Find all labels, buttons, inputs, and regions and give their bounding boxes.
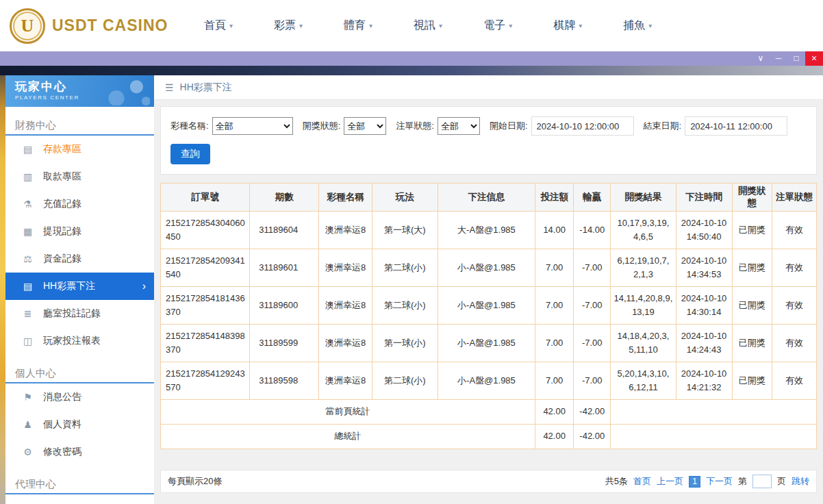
end-date-label: 結束日期: <box>644 120 682 132</box>
table-cell: 小-A盤@1.985 <box>438 362 535 400</box>
nav-item-0[interactable]: 首頁▾ <box>204 18 233 33</box>
filter-panel: 彩種名稱: 全部 開獎狀態: 全部 注單狀態: 全部 開始日期: <box>160 106 817 175</box>
maximize-icon[interactable]: □ <box>787 51 805 66</box>
table-cell: 7.00 <box>535 325 574 362</box>
table-cell: 澳洲幸运8 <box>319 362 372 400</box>
lottery-select[interactable]: 全部 <box>212 117 293 135</box>
table-cell: 小-A盤@1.985 <box>438 287 535 325</box>
table-cell: 小-A盤@1.985 <box>438 249 535 287</box>
minimize-icon[interactable]: ─ <box>770 51 787 66</box>
sidebar-item-1-2[interactable]: ⚙修改密碼 <box>5 438 154 466</box>
column-header: 下注信息 <box>438 184 535 212</box>
table-cell: -14.00 <box>574 212 611 249</box>
prev-page-link[interactable]: 上一页 <box>657 475 683 488</box>
breadcrumb: ☰ HH彩票下注 <box>154 75 823 100</box>
sidebar-item-0-1[interactable]: ▥取款專區 <box>5 163 154 190</box>
jump-label-pre: 第 <box>738 475 747 488</box>
close-icon[interactable]: × <box>805 51 823 66</box>
profile-icon: ♟ <box>22 419 34 430</box>
bets-table-wrap: 訂單號期數彩種名稱玩法下注信息投注額輸贏開獎結果下注時間開獎狀態注單狀態 215… <box>160 183 817 449</box>
nav-item-label: 捕魚 <box>623 18 645 33</box>
sidebar-item-label: 個人資料 <box>43 418 81 431</box>
first-page-link[interactable]: 首页 <box>633 475 651 488</box>
sidebar-item-1-1[interactable]: ♟個人資料 <box>5 411 154 438</box>
column-header: 下注時間 <box>676 184 732 212</box>
nav-item-6[interactable]: 捕魚▾ <box>623 18 652 33</box>
next-page-link[interactable]: 下一页 <box>706 475 733 488</box>
sidebar-item-label: 玩家投注報表 <box>43 335 101 347</box>
table-cell: -7.00 <box>574 362 611 400</box>
pagination-controls: 共5条 首页 上一页 1 下一页 第 页 跳转 <box>605 475 809 488</box>
summary-empty-cell <box>611 425 817 449</box>
sidebar-sections: 財務中心▤存款專區▥取款專區⚗充值記錄▦提現記錄⚖資金記錄▤HH彩票下注›≣廳室… <box>5 115 154 494</box>
nav-item-1[interactable]: 彩票▾ <box>274 18 303 33</box>
top-navigation: U USDT CASINO 首頁▾彩票▾體育▾視訊▾電子▾棋牌▾捕魚▾ <box>0 0 823 51</box>
table-cell: 2152172854148398370 <box>161 325 250 362</box>
nav-item-4[interactable]: 電子▾ <box>483 18 512 33</box>
sidebar-item-0-7[interactable]: ◫玩家投注報表 <box>5 327 154 355</box>
brand[interactable]: U USDT CASINO <box>0 8 173 44</box>
order-status-select[interactable]: 全部 <box>438 117 480 135</box>
nav-item-label: 彩票 <box>274 18 296 33</box>
summary-label: 總統計 <box>161 425 535 449</box>
table-cell: 2152172854209341540 <box>161 249 250 287</box>
column-header: 玩法 <box>372 184 438 212</box>
window-titlebar: ∨ ─ □ × <box>0 51 823 66</box>
menu-icon[interactable]: ☰ <box>165 82 174 93</box>
table-cell: 第二球(小) <box>372 287 438 325</box>
sidebar-item-0-3[interactable]: ▦提現記錄 <box>5 218 154 245</box>
table-cell: 有效 <box>772 249 816 287</box>
column-header: 注單狀態 <box>772 184 816 212</box>
table-cell: 有效 <box>772 325 816 362</box>
table-cell: 31189598 <box>250 362 319 400</box>
table-cell: 大-A盤@1.985 <box>438 212 535 249</box>
nav-item-5[interactable]: 棋牌▾ <box>553 18 582 33</box>
table-cell: 2152172854181436370 <box>161 287 250 325</box>
start-date-input[interactable] <box>531 116 634 136</box>
table-cell: 14.00 <box>535 212 574 249</box>
sidebar-item-0-5[interactable]: ▤HH彩票下注› <box>5 273 154 300</box>
deposit-icon: ▤ <box>22 144 34 155</box>
table-cell: 小-A盤@1.985 <box>438 325 535 362</box>
current-page[interactable]: 1 <box>689 476 700 488</box>
table-row: 215217285414839837031189599澳洲幸运8第一球(小)小-… <box>161 325 817 362</box>
sidebar-item-0-4[interactable]: ⚖資金記錄 <box>5 245 154 273</box>
sidebar-item-0-0[interactable]: ▤存款專區 <box>5 136 154 163</box>
table-cell: 澳洲幸运8 <box>319 212 372 249</box>
jump-button[interactable]: 跳转 <box>792 475 809 488</box>
column-header: 開獎狀態 <box>732 184 772 212</box>
sidebar: 玩家中心 PLAYERS CENTER 財務中心▤存款專區▥取款專區⚗充值記錄▦… <box>5 75 154 504</box>
sidebar-item-0-2[interactable]: ⚗充值記錄 <box>5 190 154 218</box>
chevron-down-icon: ▾ <box>648 22 652 29</box>
sidebar-item-1-0[interactable]: ⚑消息公告 <box>5 383 154 411</box>
table-row: 215217285418143637031189600澳洲幸运8第二球(小)小-… <box>161 287 817 325</box>
table-cell: 有效 <box>772 212 816 249</box>
players-center-header: 玩家中心 PLAYERS CENTER <box>5 75 154 107</box>
chevron-right-icon: › <box>142 280 146 292</box>
nav-item-2[interactable]: 體育▾ <box>344 18 372 33</box>
room-records-icon: ≣ <box>22 308 34 319</box>
summary-bet-total: 42.00 <box>535 425 574 449</box>
sidebar-item-label: 存款專區 <box>43 143 81 155</box>
collapse-window-icon[interactable]: ∨ <box>752 51 770 66</box>
nav-item-3[interactable]: 視訊▾ <box>414 18 442 33</box>
draw-status-select[interactable]: 全部 <box>344 117 386 135</box>
sidebar-item-label: 廳室投註記錄 <box>43 307 101 320</box>
table-row: 215217285420934154031189601澳洲幸运8第二球(小)小-… <box>161 249 817 287</box>
sidebar-item-label: HH彩票下注 <box>43 280 95 292</box>
column-header: 開獎結果 <box>611 184 676 212</box>
page-background-sliver <box>0 75 5 504</box>
lottery-bet-icon: ▤ <box>22 281 34 292</box>
table-cell: -7.00 <box>574 287 611 325</box>
column-header: 期數 <box>250 184 319 212</box>
summary-row: 當前頁統計42.00-42.00 <box>161 400 817 425</box>
withdraw-icon: ▥ <box>22 171 34 182</box>
query-button[interactable]: 查詢 <box>170 144 210 164</box>
end-date-input[interactable] <box>685 116 787 136</box>
column-header: 訂單號 <box>161 184 250 212</box>
table-cell: 2024-10-10 14:34:53 <box>676 249 732 287</box>
jump-page-input[interactable] <box>752 475 772 488</box>
table-cell: 31189601 <box>250 249 319 287</box>
table-cell: 2024-10-10 14:24:43 <box>676 325 732 362</box>
sidebar-item-0-6[interactable]: ≣廳室投註記錄 <box>5 300 154 327</box>
